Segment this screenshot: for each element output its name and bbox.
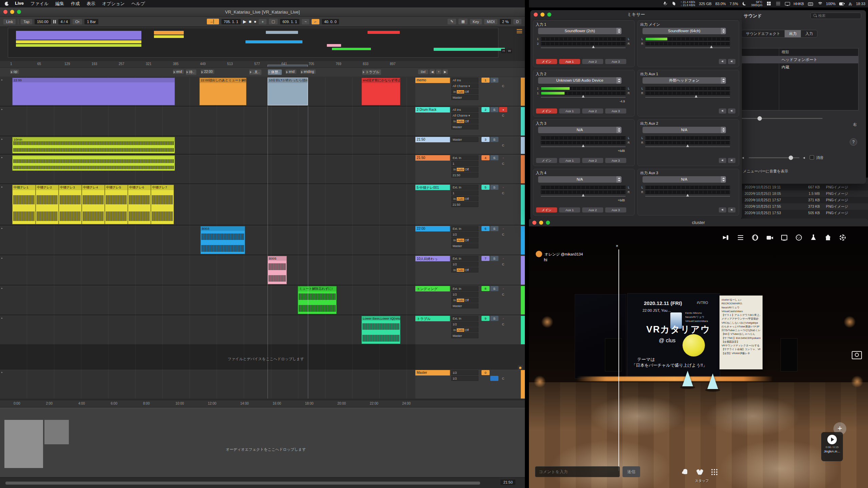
- pan-thumb[interactable]: [582, 95, 585, 98]
- track-name[interactable]: トラブル: [415, 316, 450, 321]
- hand-icon[interactable]: [681, 468, 690, 476]
- route-button-メイン[interactable]: メイン: [536, 108, 557, 114]
- level-meter[interactable]: [541, 37, 626, 41]
- fold-icon[interactable]: ▸: [1, 371, 3, 374]
- pan-slider[interactable]: [645, 47, 730, 48]
- time-ruler[interactable]: 0:002:004:006:008:0010:0012:0014:0016:00…: [0, 400, 525, 407]
- monitor-switch[interactable]: InAutoOff: [451, 267, 478, 272]
- locator-休憩..[interactable]: 休憩..: [268, 69, 282, 75]
- monitor-Auto[interactable]: Auto: [457, 328, 465, 332]
- arm-button[interactable]: ●: [499, 107, 507, 112]
- speaker-icon[interactable]: [728, 158, 735, 163]
- help-button[interactable]: ?: [850, 138, 857, 146]
- menu-6[interactable]: オプション: [102, 1, 125, 7]
- tap-tempo-button[interactable]: Tap: [21, 19, 32, 24]
- cluster-title-bar[interactable]: cluster: [529, 219, 868, 227]
- routing-field[interactable]: Ext. In: [451, 185, 478, 190]
- monitor-In[interactable]: In: [453, 168, 457, 171]
- routing-field[interactable]: All Channe ▾: [451, 83, 478, 88]
- route-button-Aux 3[interactable]: Aux 3: [605, 108, 626, 114]
- key-map-button[interactable]: Key: [470, 19, 482, 24]
- mute-speaker-icon[interactable]: [719, 158, 726, 163]
- monitor-In[interactable]: In: [453, 299, 457, 302]
- time-signature-field[interactable]: 4 / 4: [58, 19, 70, 24]
- home-icon[interactable]: [824, 234, 832, 241]
- fold-icon[interactable]: ▸: [1, 108, 3, 111]
- speaker-icon[interactable]: [728, 207, 735, 212]
- temp-fan[interactable]: 58°C3865rpm: [751, 1, 763, 7]
- file-row[interactable]: 2020年10月25日 19:11667 KBPNGイメージ: [742, 184, 868, 190]
- screen-share-icon[interactable]: [781, 234, 788, 241]
- route-button-Aux 1[interactable]: Aux 1: [559, 207, 580, 212]
- routing-field[interactable]: Ext. In: [451, 286, 478, 291]
- routing-field[interactable]: 1/2: [451, 376, 478, 381]
- solo-button[interactable]: S: [490, 316, 498, 321]
- level-meter[interactable]: [645, 186, 730, 189]
- monitor-switch[interactable]: InAutoOff: [451, 196, 478, 201]
- fold-icon[interactable]: ▸: [1, 78, 3, 81]
- route-button-Aux 1[interactable]: Aux 1: [559, 59, 580, 64]
- fold-icon[interactable]: ▸: [1, 156, 3, 159]
- route-button-Aux 2[interactable]: Aux 2: [582, 207, 603, 212]
- route-button-Aux 2[interactable]: Aux 2: [582, 108, 603, 114]
- locator-prev-button[interactable]: ◀: [430, 69, 435, 74]
- track-activator[interactable]: 0: [481, 370, 490, 375]
- solo-button[interactable]: S: [490, 107, 498, 112]
- groove-button[interactable]: O•: [73, 19, 82, 24]
- minimize-button[interactable]: [539, 221, 543, 225]
- track-name[interactable]: Master: [415, 370, 450, 375]
- locator-..見..[interactable]: ..見..: [249, 69, 261, 75]
- clip[interactable]: 中猫ナレ7: [151, 185, 174, 224]
- device-select[interactable]: Soundflower (2ch): [538, 28, 622, 34]
- clock[interactable]: 18:33: [856, 2, 865, 6]
- monitor-Off[interactable]: Off: [464, 299, 470, 302]
- track-activator[interactable]: 7: [481, 256, 490, 261]
- level-meter[interactable]: [541, 136, 626, 140]
- grid-button[interactable]: ▦: [458, 19, 467, 24]
- device-select[interactable]: N/A: [643, 176, 726, 183]
- track-lane-2[interactable]: ▸: [0, 107, 415, 136]
- routing-field[interactable]: 1/2: [451, 292, 478, 297]
- arm-button[interactable]: ●: [499, 226, 507, 231]
- photo-capture-icon[interactable]: [852, 351, 862, 359]
- route-button-メイン[interactable]: メイン: [536, 59, 557, 64]
- overview-button-W[interactable]: W: [507, 49, 512, 53]
- input-source[interactable]: あ: [848, 1, 852, 6]
- track-name[interactable]: エンディング: [415, 286, 450, 291]
- monitor-switch[interactable]: InAutoOff: [451, 119, 478, 124]
- locator-end[interactable]: end: [173, 69, 184, 74]
- track-name[interactable]: 22:00: [415, 226, 450, 231]
- monitor-switch[interactable]: InAutoOff: [451, 327, 478, 332]
- mixer-title-bar[interactable]: ミキサー: [530, 10, 742, 19]
- monitor-Off[interactable]: Off: [464, 239, 470, 242]
- clip[interactable]: 10分目LTが終わったら頭出し: [268, 78, 308, 105]
- menu-grid-icon[interactable]: [710, 468, 719, 476]
- zoom-button[interactable]: [17, 10, 21, 14]
- crossfade-assign[interactable]: C: [499, 190, 507, 196]
- routing-field[interactable]: Ext. In: [451, 155, 478, 160]
- track-header-2[interactable]: 2 Drum RackAll InsAll Channe ▾InAutoOffM…: [415, 107, 525, 136]
- menu-5[interactable]: 表示: [86, 1, 95, 7]
- track-name[interactable]: 10人目終わっ: [415, 256, 450, 261]
- clip[interactable]: Lower Bass,Lower IQ(return 0: [361, 316, 400, 344]
- routing-field[interactable]: 1: [451, 161, 478, 166]
- output-routing-field[interactable]: Master: [451, 303, 478, 308]
- device-select[interactable]: Soundflower (64ch): [643, 28, 726, 34]
- monitor-In[interactable]: In: [453, 239, 457, 242]
- output-routing-field[interactable]: 21:50: [451, 202, 478, 207]
- volume-slider[interactable]: [749, 157, 800, 158]
- monitor-Off[interactable]: Off: [464, 168, 470, 171]
- locator-待..[interactable]: 待..: [186, 69, 196, 75]
- locator-next-button[interactable]: ▶: [442, 69, 448, 74]
- track-activator[interactable]: 1: [481, 78, 490, 83]
- crossfade-assign[interactable]: C: [499, 113, 507, 118]
- menu-3[interactable]: 編集: [55, 1, 64, 7]
- routing-field[interactable]: Ext. In: [451, 316, 478, 321]
- route-button-メイン[interactable]: メイン: [536, 158, 557, 163]
- type-column-header[interactable]: 種類: [782, 49, 789, 55]
- level-meter[interactable]: [541, 190, 626, 194]
- link-button[interactable]: Link: [3, 19, 16, 24]
- monitor-Off[interactable]: Off: [464, 268, 470, 272]
- clip[interactable]: 中猫ナレ5: [105, 185, 128, 224]
- arrangement-position-field[interactable]: 705. 1. 1: [221, 19, 241, 24]
